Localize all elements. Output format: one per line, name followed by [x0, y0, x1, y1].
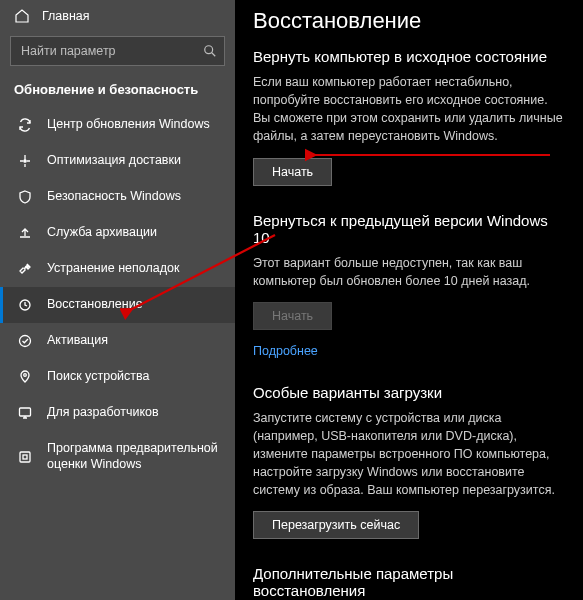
sidebar-item-label: Служба архивации — [47, 225, 221, 241]
shield-icon — [17, 189, 33, 205]
more-recovery-heading: Дополнительные параметры восстановления — [253, 565, 565, 599]
reset-description: Если ваш компьютер работает нестабильно,… — [253, 73, 565, 146]
svg-rect-7 — [20, 452, 30, 462]
sidebar-item-windows-security[interactable]: Безопасность Windows — [0, 179, 235, 215]
settings-sidebar: Главная Обновление и безопасность Центр … — [0, 0, 235, 600]
sidebar-item-find-my-device[interactable]: Поиск устройства — [0, 359, 235, 395]
svg-point-2 — [24, 160, 26, 162]
goback-start-button: Начать — [253, 302, 332, 330]
sidebar-item-troubleshoot[interactable]: Устранение неполадок — [0, 251, 235, 287]
sidebar-item-label: Восстановление — [47, 297, 221, 313]
sidebar-item-label: Для разработчиков — [47, 405, 221, 421]
svg-point-0 — [205, 46, 213, 54]
sidebar-item-label: Активация — [47, 333, 221, 349]
sidebar-item-label: Центр обновления Windows — [47, 117, 221, 133]
delivery-icon — [17, 153, 33, 169]
sync-icon — [17, 117, 33, 133]
svg-line-1 — [212, 53, 216, 57]
reset-start-button[interactable]: Начать — [253, 158, 332, 186]
activation-icon — [17, 333, 33, 349]
home-button[interactable]: Главная — [0, 0, 235, 32]
advanced-startup-heading: Особые варианты загрузки — [253, 384, 565, 401]
svg-rect-8 — [23, 455, 27, 459]
sidebar-nav: Центр обновления Windows Оптимизация дос… — [0, 107, 235, 600]
main-content: Восстановление Вернуть компьютер в исход… — [235, 0, 583, 600]
svg-point-4 — [20, 336, 31, 347]
home-label: Главная — [42, 9, 90, 23]
sidebar-item-recovery[interactable]: Восстановление — [0, 287, 235, 323]
developer-icon — [17, 405, 33, 421]
insider-icon — [17, 449, 33, 465]
search-input[interactable] — [10, 36, 225, 66]
recovery-icon — [17, 297, 33, 313]
sidebar-item-delivery-optimization[interactable]: Оптимизация доставки — [0, 143, 235, 179]
search-wrap — [10, 36, 225, 66]
search-icon — [203, 44, 217, 58]
svg-rect-6 — [20, 408, 31, 416]
sidebar-item-label: Безопасность Windows — [47, 189, 221, 205]
sidebar-item-label: Поиск устройства — [47, 369, 221, 385]
goback-learn-more-link[interactable]: Подробнее — [253, 344, 318, 358]
sidebar-item-label: Устранение неполадок — [47, 261, 221, 277]
reset-heading: Вернуть компьютер в исходное состояние — [253, 48, 565, 65]
home-icon — [14, 8, 30, 24]
restart-now-button[interactable]: Перезагрузить сейчас — [253, 511, 419, 539]
sidebar-item-backup[interactable]: Служба архивации — [0, 215, 235, 251]
troubleshoot-icon — [17, 261, 33, 277]
sidebar-item-windows-update[interactable]: Центр обновления Windows — [0, 107, 235, 143]
svg-point-5 — [24, 374, 27, 377]
backup-icon — [17, 225, 33, 241]
category-title: Обновление и безопасность — [0, 76, 235, 107]
sidebar-item-for-developers[interactable]: Для разработчиков — [0, 395, 235, 431]
goback-heading: Вернуться к предыдущей версии Windows 10 — [253, 212, 565, 246]
sidebar-item-activation[interactable]: Активация — [0, 323, 235, 359]
advanced-startup-description: Запустите систему с устройства или диска… — [253, 409, 565, 500]
goback-description: Этот вариант больше недоступен, так как … — [253, 254, 565, 290]
sidebar-item-label: Программа предварительной оценки Windows — [47, 441, 221, 472]
sidebar-item-windows-insider[interactable]: Программа предварительной оценки Windows — [0, 431, 235, 482]
page-title: Восстановление — [253, 8, 565, 34]
find-device-icon — [17, 369, 33, 385]
sidebar-item-label: Оптимизация доставки — [47, 153, 221, 169]
